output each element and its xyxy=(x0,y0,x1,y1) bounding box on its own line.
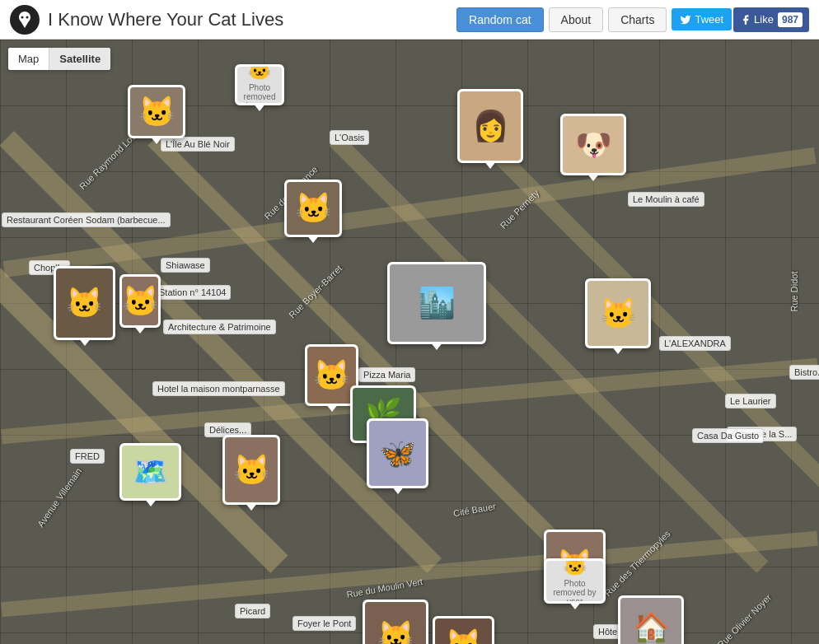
cat-marker-m7[interactable]: 🏙️ xyxy=(387,262,486,344)
cat-marker-m13[interactable]: 🗺️ xyxy=(119,443,181,501)
random-cat-button[interactable]: Random cat xyxy=(456,7,543,32)
cat-marker-m1[interactable]: 🐱 xyxy=(128,85,185,138)
cat-marker-m8[interactable]: 🐱 xyxy=(585,278,651,348)
cat-marker-m3[interactable]: 🐶 xyxy=(560,114,626,175)
cat-marker-m19[interactable]: 🐱 xyxy=(433,616,494,644)
header: I Know Where Your Cat Lives Random cat A… xyxy=(0,0,819,40)
cat-marker-m4[interactable]: 🐱 xyxy=(284,180,342,237)
tweet-button[interactable]: Tweet xyxy=(672,8,732,30)
map-controls: Map Satellite xyxy=(8,48,110,70)
cat-marker-m2[interactable]: 👩 xyxy=(457,89,523,163)
map[interactable]: Map Satellite Rue Raymond LosserandRue d… xyxy=(0,40,819,644)
site-title: I Know Where Your Cat Lives xyxy=(48,9,452,30)
site-logo xyxy=(10,5,40,35)
svg-point-1 xyxy=(26,16,29,18)
cat-marker-m17[interactable]: 🏠 xyxy=(618,595,684,644)
about-button[interactable]: About xyxy=(549,7,604,32)
satellite-view-button[interactable]: Satellite xyxy=(49,48,110,70)
cat-marker-m12[interactable]: 🐱 xyxy=(222,435,280,505)
cat-marker-m6[interactable]: 🐱 xyxy=(119,274,161,328)
fb-like-button[interactable]: Like 987 xyxy=(733,7,809,32)
tweet-label: Tweet xyxy=(695,13,723,26)
charts-button[interactable]: Charts xyxy=(608,7,667,32)
map-view-button[interactable]: Map xyxy=(8,48,49,70)
cat-marker-m11[interactable]: 🦋 xyxy=(367,418,428,488)
fb-like-label: Like xyxy=(754,13,774,26)
cat-marker-m16[interactable]: 🐱Photo removed by user xyxy=(544,558,606,604)
svg-point-0 xyxy=(21,16,24,18)
cat-marker-m5[interactable]: 🐱 xyxy=(54,266,115,340)
fb-count: 987 xyxy=(778,12,803,27)
cat-marker-m14[interactable]: 🐱Photo removed by user xyxy=(235,64,284,105)
cat-marker-m18[interactable]: 🐱 xyxy=(363,600,428,644)
